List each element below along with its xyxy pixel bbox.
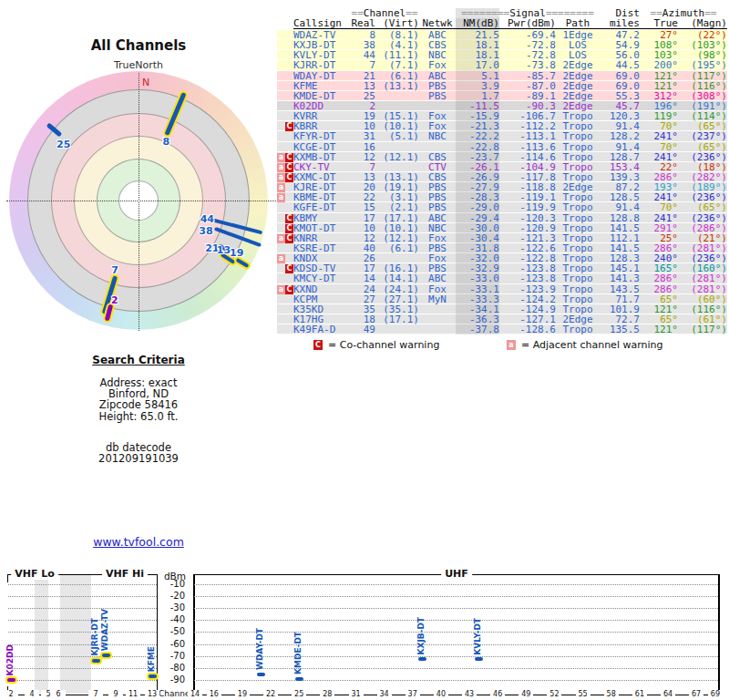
cell-miles: 69.0 [600, 71, 640, 81]
table-row: aCKXMB-DT12(12.1)CBS-23.7-114.6Tropo128.… [277, 152, 727, 162]
cell-nm-db: -33.3 [456, 294, 499, 304]
cell-path: Tropo [556, 162, 600, 172]
table-row: aCKJRE-DT20(19.1)PBS-27.9-118.82Edge87.2… [277, 182, 727, 192]
signal-bar-KMDE-DT [295, 677, 303, 681]
cell-real: 25 [350, 91, 375, 101]
cell-pwr-dbm: -128.6 [499, 324, 556, 335]
cell-path: 2Edge [556, 81, 600, 91]
warning-gutter: aC [277, 81, 293, 91]
warning-gutter: aC [277, 142, 293, 152]
cell-magn-azimuth: (191°) [678, 101, 727, 111]
cell-virt [375, 324, 419, 335]
y-axis-tick-label: -80 [157, 663, 185, 673]
cell-pwr-dbm: -113.6 [499, 142, 556, 152]
cell-miles: 112.1 [600, 233, 640, 243]
cell-callsign: KMOT-DT [293, 223, 350, 233]
col-pwr-dbm: Pwr(dBm) [499, 18, 556, 28]
cell-true-azimuth: 241° [640, 213, 678, 223]
cell-true-azimuth: 108° [640, 40, 678, 50]
cell-nm-db: -27.9 [456, 182, 499, 192]
gridline-uhf [194, 632, 718, 633]
warning-gutter: aC [277, 131, 293, 141]
cell-true-azimuth: 241° [640, 131, 678, 141]
tvfool-link[interactable]: www.tvfool.com [93, 535, 184, 549]
cell-network: Fox [419, 253, 456, 263]
cell-true-azimuth: 196° [640, 101, 678, 111]
cell-pwr-dbm: -114.6 [499, 152, 556, 162]
cell-real: 18 [350, 314, 375, 324]
cell-magn-azimuth: (98°) [678, 50, 727, 60]
table-row: aCKVLY-DT44(11.1)NBC18.1-72.8LOS56.0103°… [277, 50, 727, 60]
cell-miles: 153.4 [600, 162, 640, 172]
cell-virt [375, 101, 419, 111]
cell-callsign: KDSD-TV [293, 263, 350, 273]
cell-miles: 128.7 [600, 152, 640, 162]
cell-path: Tropo [556, 121, 600, 131]
cell-miles: 139.3 [600, 172, 640, 182]
cell-real: 13 [350, 172, 375, 182]
cell-nm-db: -31.8 [456, 243, 499, 253]
col-miles: miles [600, 18, 640, 28]
cell-nm-db: 3.9 [456, 81, 499, 91]
cell-path: LOS [556, 50, 600, 60]
col-magn-azimuth: (Magn) [678, 18, 727, 28]
radar-north-axis-line [139, 73, 139, 331]
cell-real: 12 [350, 233, 375, 243]
cell-callsign: KNDX [293, 253, 350, 263]
cell-miles: 45.7 [600, 101, 640, 111]
cell-real: 14 [350, 273, 375, 283]
cell-miles: 141.5 [600, 223, 640, 233]
cell-real: 12 [350, 152, 375, 162]
table-header-groups: ==Channel== ========Signal======== Dist … [277, 8, 727, 18]
cell-miles: 91.4 [600, 202, 640, 212]
cell-network: PBS [419, 81, 456, 91]
cell-nm-db: -32.0 [456, 253, 499, 263]
cell-magn-azimuth: (281°) [678, 273, 727, 283]
warning-gutter: aC [277, 111, 293, 121]
cell-callsign: WDAY-DT [293, 71, 350, 81]
vhf-hi-band-label: VHF Hi [102, 568, 148, 580]
signal-group-header: ========Signal======== [456, 8, 600, 18]
table-row: aCKFME13(13.1)PBS3.9-87.02Edge69.0121°(1… [277, 81, 727, 91]
cell-callsign: KMDE-DT [293, 91, 350, 101]
cell-real: 26 [350, 253, 375, 263]
col-callsign: Callsign [293, 18, 350, 28]
cell-nm-db: -26.1 [456, 162, 499, 172]
table-row: aCKMDE-DT25PBS1.7-89.12Edge55.3312°(308°… [277, 91, 727, 101]
cell-virt: (10.1) [375, 121, 419, 131]
table-row: aCKNDX26Fox-32.0-122.8Tropo128.3240°(236… [277, 253, 727, 263]
cell-miles: 91.4 [600, 121, 640, 131]
uhf-panel-right-border [718, 574, 720, 695]
cell-callsign: KFYR-DT [293, 131, 350, 141]
warning-gutter: aC [277, 213, 293, 223]
cell-network: PBS [419, 263, 456, 273]
cell-callsign: KFME [293, 81, 350, 91]
col-path: Path [556, 18, 600, 28]
cell-network: PBS [419, 182, 456, 192]
cell-miles: 44.5 [600, 60, 640, 70]
x-axis-tick-label: 58 [604, 690, 619, 698]
table-row: aCKMOT-DT10(10.1)NBC-30.0-120.9Tropo141.… [277, 223, 727, 233]
y-axis-tick-label: -20 [157, 591, 185, 601]
cell-miles: 141.5 [600, 243, 640, 253]
cell-nm-db: 18.1 [456, 50, 499, 60]
signal-bar-label-WDAY-DT: WDAY-DT [255, 628, 267, 670]
cell-path: Tropo [556, 131, 600, 141]
cell-network: ABC [419, 71, 456, 81]
warning-gutter: aC [277, 30, 293, 40]
cell-nm-db: -15.9 [456, 111, 499, 121]
cell-magn-azimuth: (189°) [678, 182, 727, 192]
cell-nm-db: -22.2 [456, 131, 499, 141]
cell-path: Tropo [556, 192, 600, 202]
cell-true-azimuth: 200° [640, 60, 678, 70]
cell-real: 8 [350, 30, 375, 40]
cell-nm-db: -36.3 [456, 314, 499, 324]
cell-nm-db: 21.5 [456, 30, 499, 40]
cell-true-azimuth: 65° [640, 294, 678, 304]
table-row: aCKCGE-DT16-22.8-113.6Tropo91.470°(65°) [277, 142, 727, 152]
cell-pwr-dbm: -72.8 [499, 50, 556, 60]
cell-path: Tropo [556, 223, 600, 233]
cell-real: 31 [350, 131, 375, 141]
col-virt: (Virt) [375, 18, 419, 28]
cell-pwr-dbm: -121.3 [499, 233, 556, 243]
